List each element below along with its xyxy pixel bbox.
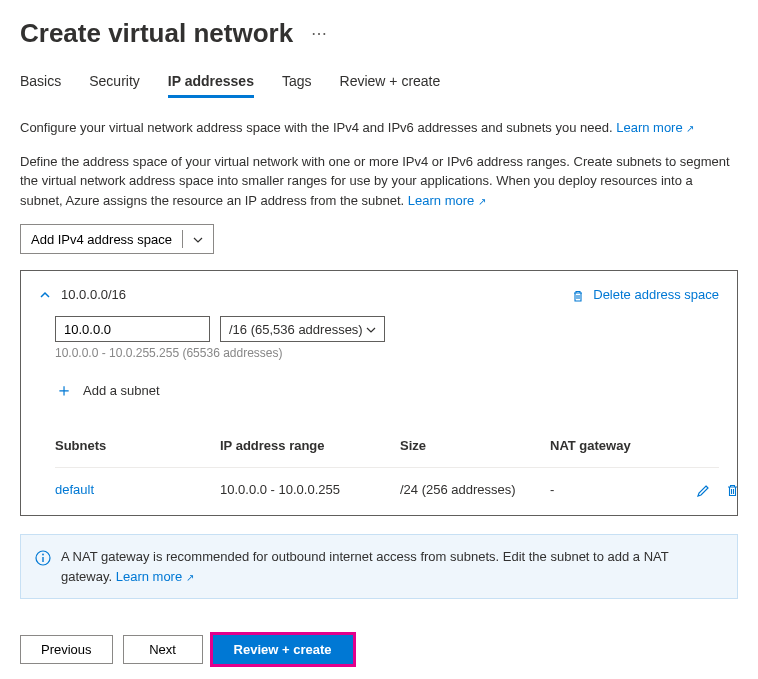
add-subnet-button[interactable]: ＋ Add a subnet bbox=[55, 378, 719, 402]
intro-line2: Define the address space of your virtual… bbox=[20, 154, 730, 208]
subnet-size: /24 (256 addresses) bbox=[400, 482, 550, 497]
info-text-wrap: A NAT gateway is recommended for outboun… bbox=[61, 547, 723, 586]
external-link-icon: ↗ bbox=[186, 572, 194, 583]
external-link-icon: ↗ bbox=[686, 123, 694, 134]
intro-text-1: Configure your virtual network address s… bbox=[20, 118, 738, 138]
subnet-table: Subnets IP address range Size NAT gatewa… bbox=[55, 424, 719, 511]
delete-subnet-icon[interactable] bbox=[725, 482, 740, 497]
edit-subnet-icon[interactable] bbox=[696, 482, 711, 497]
tab-review-create[interactable]: Review + create bbox=[340, 73, 441, 98]
add-ipv4-address-space-button[interactable]: Add IPv4 address space bbox=[20, 224, 214, 254]
col-nat-gateway: NAT gateway bbox=[550, 438, 680, 453]
address-space-card: 10.0.0.0/16 Delete address space /16 (65… bbox=[20, 270, 738, 516]
learn-more-link-2[interactable]: Learn more ↗ bbox=[408, 193, 486, 208]
review-create-button[interactable]: Review + create bbox=[213, 635, 353, 664]
footer-buttons: Previous Next Review + create bbox=[20, 635, 738, 664]
delete-address-space-button[interactable]: Delete address space bbox=[571, 287, 719, 302]
tab-basics[interactable]: Basics bbox=[20, 73, 61, 98]
page-title: Create virtual network bbox=[20, 18, 293, 49]
learn-more-link-1[interactable]: Learn more ↗ bbox=[616, 120, 694, 135]
button-divider bbox=[182, 230, 183, 248]
tab-security[interactable]: Security bbox=[89, 73, 140, 98]
info-icon bbox=[35, 547, 51, 563]
ip-address-input[interactable] bbox=[55, 316, 210, 342]
col-subnets: Subnets bbox=[55, 438, 220, 453]
tabs-bar: Basics Security IP addresses Tags Review… bbox=[20, 73, 738, 98]
learn-more-label: Learn more bbox=[116, 569, 182, 584]
table-row: default 10.0.0.0 - 10.0.0.255 /24 (256 a… bbox=[55, 468, 719, 511]
chevron-down-icon bbox=[193, 233, 203, 244]
intro-text-2: Define the address space of your virtual… bbox=[20, 152, 738, 211]
plus-icon: ＋ bbox=[55, 378, 73, 402]
address-range-hint: 10.0.0.0 - 10.0.255.255 (65536 addresses… bbox=[55, 346, 719, 360]
more-icon[interactable]: ⋯ bbox=[311, 24, 327, 43]
info-box: A NAT gateway is recommended for outboun… bbox=[20, 534, 738, 599]
svg-point-1 bbox=[42, 553, 44, 555]
chevron-down-icon bbox=[366, 322, 376, 337]
subnet-table-header: Subnets IP address range Size NAT gatewa… bbox=[55, 424, 719, 468]
mask-value: /16 (65,536 addresses) bbox=[229, 322, 363, 337]
previous-button[interactable]: Previous bbox=[20, 635, 113, 664]
add-space-label: Add IPv4 address space bbox=[31, 232, 172, 247]
subnet-name-link[interactable]: default bbox=[55, 482, 220, 497]
col-size: Size bbox=[400, 438, 550, 453]
subnet-range: 10.0.0.0 - 10.0.0.255 bbox=[220, 482, 400, 497]
collapse-caret-icon[interactable] bbox=[39, 288, 51, 302]
trash-icon bbox=[571, 288, 585, 302]
learn-more-label: Learn more bbox=[408, 193, 474, 208]
address-space-cidr: 10.0.0.0/16 bbox=[61, 287, 126, 302]
tab-ip-addresses[interactable]: IP addresses bbox=[168, 73, 254, 98]
tab-tags[interactable]: Tags bbox=[282, 73, 312, 98]
next-button[interactable]: Next bbox=[123, 635, 203, 664]
add-subnet-label: Add a subnet bbox=[83, 383, 160, 398]
learn-more-label: Learn more bbox=[616, 120, 682, 135]
info-learn-more-link[interactable]: Learn more ↗ bbox=[116, 569, 194, 584]
external-link-icon: ↗ bbox=[478, 196, 486, 207]
delete-space-label: Delete address space bbox=[593, 287, 719, 302]
col-ip-range: IP address range bbox=[220, 438, 400, 453]
subnet-mask-select[interactable]: /16 (65,536 addresses) bbox=[220, 316, 385, 342]
subnet-nat: - bbox=[550, 482, 680, 497]
intro-line1: Configure your virtual network address s… bbox=[20, 120, 613, 135]
